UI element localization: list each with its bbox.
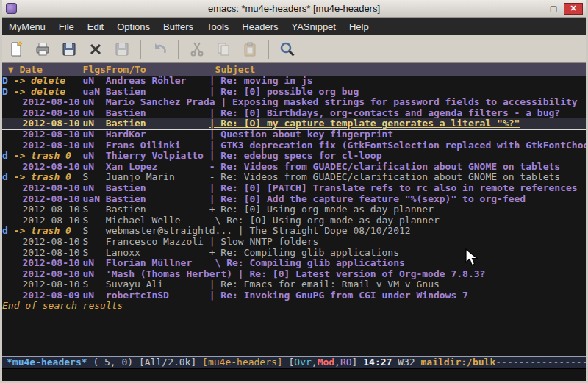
- message-row[interactable]: 2012-08-10 uN Bastien | Re: [0] Birthday…: [2, 108, 586, 119]
- column-subject[interactable]: Subject: [215, 63, 586, 76]
- menubar: MyMenu File Edit Options Buffers Tools H…: [2, 18, 586, 35]
- new-file-button[interactable]: [5, 38, 27, 60]
- mark-char: [2, 162, 14, 173]
- toolbar-separator: [178, 40, 179, 59]
- message-flags: uaN: [83, 87, 106, 98]
- message-subject: | Re: [0] Latest version of Org-mode 7.8…: [238, 269, 586, 280]
- message-date: -> delete: [14, 87, 83, 98]
- menu-item[interactable]: File: [52, 21, 81, 32]
- mark-char: [2, 279, 14, 290]
- message-flags: uN: [83, 258, 106, 269]
- message-row[interactable]: d -> trash 0 S webmaster@straightd... | …: [2, 226, 586, 237]
- message-row[interactable]: 2012-08-10 S Michael Welle \ Re: [O] Usi…: [2, 215, 586, 226]
- message-row[interactable]: 2012-08-09 uN robertcInSD | Re: Invoking…: [2, 290, 586, 301]
- message-date: -> trash 0: [14, 226, 83, 237]
- menu-item[interactable]: Headers: [235, 21, 284, 32]
- save-button[interactable]: [58, 38, 80, 60]
- close-button[interactable]: ✕: [564, 3, 583, 15]
- message-from: Bastien: [106, 108, 209, 119]
- mark-char: [2, 140, 14, 151]
- message-row[interactable]: 2012-08-10 uN Bastien | Re: [O] my captu…: [2, 118, 586, 129]
- undo-button[interactable]: [148, 38, 171, 60]
- cut-button[interactable]: [186, 38, 208, 60]
- message-row[interactable]: 2012-08-10 uN Mario Sanchez Prada | Expo…: [2, 97, 586, 108]
- print-button[interactable]: [32, 38, 54, 60]
- column-flags[interactable]: Flgs: [83, 63, 106, 76]
- message-date: -> trash 0: [14, 172, 83, 183]
- message-date: 2012-08-10: [14, 194, 83, 205]
- copy-button[interactable]: [212, 38, 234, 60]
- message-date: 2012-08-10: [14, 108, 83, 119]
- message-flags: uaN: [83, 194, 106, 205]
- maximize-button[interactable]: ▢: [546, 3, 561, 15]
- headers-column-header[interactable]: ▼ Date Flgs From/To Subject: [2, 63, 586, 76]
- echo-area[interactable]: [2, 369, 586, 381]
- message-row[interactable]: 2012-08-10 uN Frans Oilinki | GTK3 depre…: [2, 140, 586, 151]
- mode-line[interactable]: *mu4e-headers* ( 5, 0) [All/2.0k] [mu4e-…: [2, 356, 586, 369]
- message-row[interactable]: 2012-08-10 uN 'Mash (Thomas Herbert) | R…: [2, 269, 586, 280]
- message-subject: | Slow NNTP folders: [209, 237, 586, 248]
- search-button[interactable]: [276, 38, 298, 60]
- message-from: 'Mash (Thomas Herbert): [106, 269, 238, 280]
- emacs-window: emacs: *mu4e-headers* [mu4e-headers] – ▢…: [0, 0, 588, 383]
- message-flags: S: [83, 172, 106, 183]
- message-subject: | Exposing masked strings for password f…: [220, 97, 586, 108]
- message-date: 2012-08-09: [14, 290, 83, 301]
- menu-item[interactable]: Help: [343, 21, 376, 32]
- mark-char: d: [2, 151, 14, 162]
- message-row[interactable]: d -> trash 0 S Juanjo Marin - Re: Videos…: [2, 172, 586, 183]
- message-row[interactable]: D -> delete uN Andreas Röhler | Re: movi…: [2, 76, 586, 87]
- modeline-buffer-name: *mu4e-headers*: [7, 357, 87, 368]
- menu-item[interactable]: MyMenu: [2, 21, 52, 32]
- message-subject: \ Re: [O] Using org-mode as day planner: [209, 215, 586, 226]
- menu-item[interactable]: Options: [110, 21, 157, 32]
- message-date: 2012-08-10: [14, 269, 83, 280]
- message-flags: uN: [83, 118, 106, 129]
- modeline-clock: 14:27: [363, 357, 392, 368]
- minimize-button[interactable]: –: [528, 3, 543, 15]
- modeline-major-mode: [mu4e-headers]: [202, 357, 283, 368]
- paste-button[interactable]: [239, 38, 261, 60]
- titlebar[interactable]: emacs: *mu4e-headers* [mu4e-headers] – ▢…: [2, 0, 586, 18]
- modeline-modified-indicator: Mod: [318, 357, 334, 368]
- mark-char: [2, 97, 14, 108]
- message-from: Lanoxx: [106, 248, 209, 259]
- message-from: Frans Oilinki: [106, 140, 209, 151]
- message-row[interactable]: 2012-08-10 uN Florian Müllner \ Re: Comp…: [2, 258, 586, 269]
- column-date[interactable]: ▼ Date: [2, 63, 83, 76]
- message-subject: | GTK3 deprecation fix (GtkFontSelection…: [209, 140, 586, 151]
- menu-item[interactable]: Tools: [200, 21, 235, 32]
- message-flags: uN: [83, 290, 106, 301]
- menu-item[interactable]: Buffers: [157, 21, 200, 32]
- modeline-size: [All/2.0k]: [139, 357, 196, 368]
- message-row[interactable]: d -> trash 0 uN Thierry Volpiatto | Re: …: [2, 151, 586, 162]
- message-row[interactable]: 2012-08-10 S Lanoxx + Re: Compiling glib…: [2, 248, 586, 259]
- message-row[interactable]: 2012-08-10 uN Bastien | Re: [0] [PATCH] …: [2, 183, 586, 194]
- modeline-status-close: ]: [352, 357, 358, 368]
- message-row[interactable]: 2012-08-10 uN Xan Lopez - Re: Videos fro…: [2, 162, 586, 173]
- message-row[interactable]: D -> delete uaN Bastien | Re: [0] possib…: [2, 87, 586, 98]
- message-date: 2012-08-10: [14, 279, 83, 290]
- menu-item[interactable]: Edit: [81, 21, 110, 32]
- message-row[interactable]: 2012-08-10 uN HardKor | Question about k…: [2, 129, 586, 140]
- message-flags: uN: [83, 108, 106, 119]
- modeline-maildir: maildir:/bulk: [420, 357, 495, 368]
- modeline-comma: ,: [334, 357, 340, 368]
- message-flags: uN: [83, 162, 106, 173]
- message-row[interactable]: 2012-08-10 S Bastien + Re: [0] Using org…: [2, 204, 586, 215]
- menu-item[interactable]: YASnippet: [284, 21, 342, 32]
- save-as-button[interactable]: [111, 38, 133, 60]
- mark-char: D: [2, 87, 14, 98]
- modeline-dashes: --------------------: [495, 357, 586, 368]
- message-from: Andreas Röhler: [106, 76, 209, 87]
- mark-char: [2, 194, 14, 205]
- close-buffer-button[interactable]: [85, 38, 107, 60]
- message-row[interactable]: 2012-08-10 uaN Bastien | Re: [0] Add the…: [2, 194, 586, 205]
- message-from: Florian Müllner: [106, 258, 209, 269]
- message-subject: | Re: [O] my capture template generates …: [209, 118, 586, 129]
- message-row[interactable]: 2012-08-10 S Suvayu Ali | Re: Emacs for …: [2, 279, 586, 290]
- message-subject: + Re: [0] Using org-mode as day planner: [209, 204, 586, 215]
- column-from[interactable]: From/To: [106, 63, 215, 76]
- message-row[interactable]: 2012-08-10 S Francesco Mazzoli | Slow NN…: [2, 237, 586, 248]
- message-date: 2012-08-10: [14, 258, 83, 269]
